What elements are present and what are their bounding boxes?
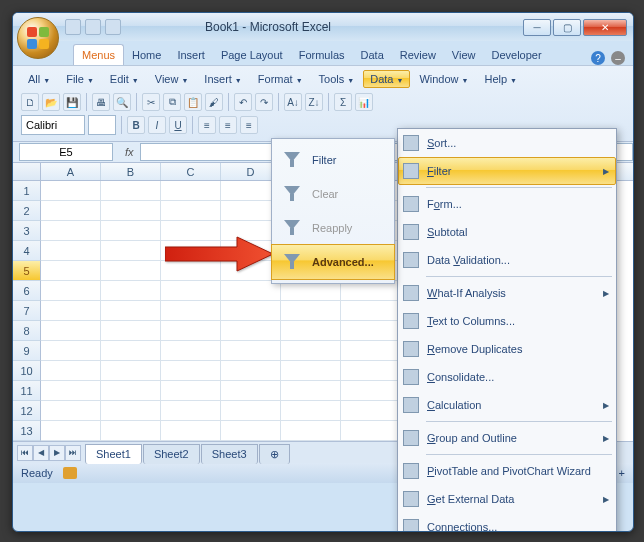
cell[interactable] <box>161 281 221 301</box>
zoom-in-button[interactable]: + <box>619 467 625 479</box>
cell[interactable] <box>221 401 281 421</box>
maximize-button[interactable]: ▢ <box>553 19 581 36</box>
cell[interactable] <box>161 181 221 201</box>
data-menu-pivottable-and-pivotchart-wizard[interactable]: PivotTable and PivotChart Wizard <box>398 457 616 485</box>
font-name-select[interactable]: Calibri <box>21 115 85 135</box>
row-header[interactable]: 8 <box>13 321 41 341</box>
ribbon-tab-menus[interactable]: Menus <box>73 44 124 65</box>
menu-help[interactable]: Help▼ <box>477 70 524 88</box>
cell[interactable] <box>101 241 161 261</box>
cell[interactable] <box>161 301 221 321</box>
column-header[interactable]: C <box>161 163 221 180</box>
row-header[interactable]: 13 <box>13 421 41 441</box>
row-header[interactable]: 9 <box>13 341 41 361</box>
cell[interactable] <box>101 321 161 341</box>
sheet-tab[interactable]: Sheet1 <box>85 444 142 464</box>
qat-save-icon[interactable] <box>65 19 81 35</box>
cut-icon[interactable]: ✂ <box>142 93 160 111</box>
new-icon[interactable]: 🗋 <box>21 93 39 111</box>
cell[interactable] <box>221 361 281 381</box>
ribbon-tab-developer[interactable]: Developer <box>484 45 550 65</box>
data-menu-get-external-data[interactable]: Get External Data▶ <box>398 485 616 513</box>
cell[interactable] <box>161 241 221 261</box>
cell[interactable] <box>221 341 281 361</box>
paste-icon[interactable]: 📋 <box>184 93 202 111</box>
cell[interactable] <box>221 421 281 441</box>
ribbon-tab-data[interactable]: Data <box>353 45 392 65</box>
data-menu-group-and-outline[interactable]: Group and Outline▶ <box>398 424 616 452</box>
menu-data[interactable]: Data▼ <box>363 70 410 88</box>
cell[interactable] <box>41 181 101 201</box>
preview-icon[interactable]: 🔍 <box>113 93 131 111</box>
cell[interactable] <box>101 301 161 321</box>
row-header[interactable]: 7 <box>13 301 41 321</box>
cell[interactable] <box>41 221 101 241</box>
cell[interactable] <box>341 301 401 321</box>
data-menu-what-if-analysis[interactable]: What-If Analysis▶ <box>398 279 616 307</box>
undo-icon[interactable]: ↶ <box>234 93 252 111</box>
cell[interactable] <box>281 381 341 401</box>
cell[interactable] <box>161 401 221 421</box>
cell[interactable] <box>161 321 221 341</box>
cell[interactable] <box>41 381 101 401</box>
sheet-tab[interactable]: Sheet3 <box>201 444 258 464</box>
cell[interactable] <box>101 421 161 441</box>
chart-icon[interactable]: 📊 <box>355 93 373 111</box>
row-header[interactable]: 2 <box>13 201 41 221</box>
font-size-select[interactable] <box>88 115 116 135</box>
save-icon[interactable]: 💾 <box>63 93 81 111</box>
menu-format[interactable]: Format▼ <box>251 70 310 88</box>
qat-redo-icon[interactable] <box>105 19 121 35</box>
office-button[interactable] <box>17 17 59 59</box>
macro-record-icon[interactable] <box>63 467 77 479</box>
ribbon-tab-page-layout[interactable]: Page Layout <box>213 45 291 65</box>
column-header[interactable]: A <box>41 163 101 180</box>
row-header[interactable]: 4 <box>13 241 41 261</box>
cell[interactable] <box>161 381 221 401</box>
cell[interactable] <box>161 221 221 241</box>
cell[interactable] <box>101 361 161 381</box>
row-header[interactable]: 12 <box>13 401 41 421</box>
menu-file[interactable]: File▼ <box>59 70 101 88</box>
cell[interactable] <box>281 341 341 361</box>
cell[interactable] <box>161 421 221 441</box>
cell[interactable] <box>221 381 281 401</box>
cell[interactable] <box>341 341 401 361</box>
cell[interactable] <box>341 281 401 301</box>
data-menu-connections-[interactable]: Connections... <box>398 513 616 532</box>
cell[interactable] <box>101 381 161 401</box>
cell[interactable] <box>161 361 221 381</box>
cell[interactable] <box>41 401 101 421</box>
row-header[interactable]: 1 <box>13 181 41 201</box>
filter-item-filter[interactable]: Filter <box>272 143 394 177</box>
underline-icon[interactable]: U <box>169 116 187 134</box>
cell[interactable] <box>41 301 101 321</box>
menu-edit[interactable]: Edit▼ <box>103 70 146 88</box>
row-header[interactable]: 3 <box>13 221 41 241</box>
cell[interactable] <box>161 201 221 221</box>
select-all-corner[interactable] <box>13 163 41 180</box>
cell[interactable] <box>101 221 161 241</box>
sheet-nav-buttons[interactable]: ⏮◀▶⏭ <box>13 445 85 461</box>
cell[interactable] <box>101 181 161 201</box>
cell[interactable] <box>281 281 341 301</box>
minimize-ribbon-icon[interactable]: – <box>611 51 625 65</box>
data-menu-filter[interactable]: Filter▶ <box>398 157 616 185</box>
align-right-icon[interactable]: ≡ <box>240 116 258 134</box>
data-menu-remove-duplicates[interactable]: Remove Duplicates <box>398 335 616 363</box>
cell[interactable] <box>101 201 161 221</box>
cell[interactable] <box>41 241 101 261</box>
cell[interactable] <box>161 261 221 281</box>
redo-icon[interactable]: ↷ <box>255 93 273 111</box>
sort-desc-icon[interactable]: Z↓ <box>305 93 323 111</box>
cell[interactable] <box>41 261 101 281</box>
cell[interactable] <box>281 401 341 421</box>
row-header[interactable]: 10 <box>13 361 41 381</box>
row-header[interactable]: 11 <box>13 381 41 401</box>
menu-tools[interactable]: Tools▼ <box>312 70 362 88</box>
ribbon-tab-review[interactable]: Review <box>392 45 444 65</box>
menu-insert[interactable]: Insert▼ <box>197 70 248 88</box>
column-header[interactable]: B <box>101 163 161 180</box>
row-header[interactable]: 6 <box>13 281 41 301</box>
data-menu-consolidate-[interactable]: Consolidate... <box>398 363 616 391</box>
